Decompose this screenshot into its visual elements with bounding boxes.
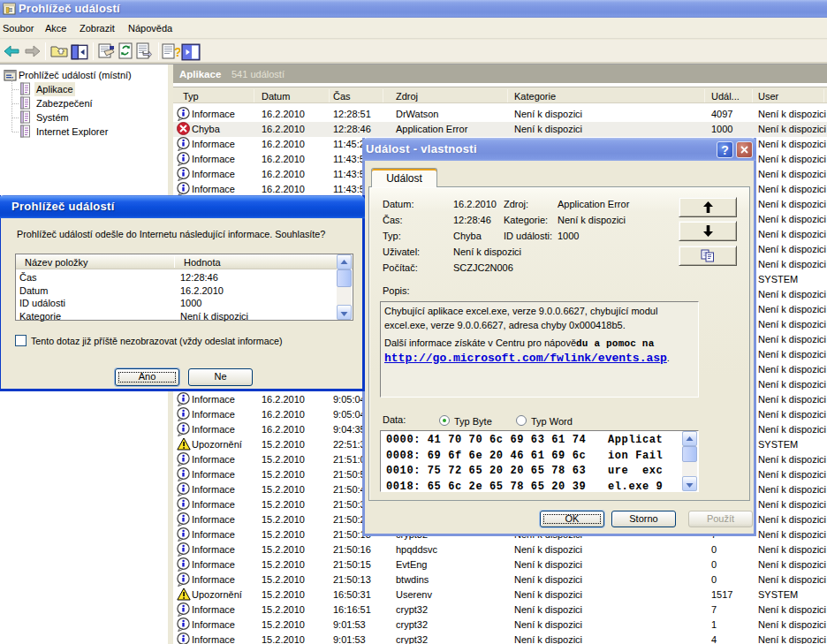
svg-text:?: ? [174, 45, 180, 59]
